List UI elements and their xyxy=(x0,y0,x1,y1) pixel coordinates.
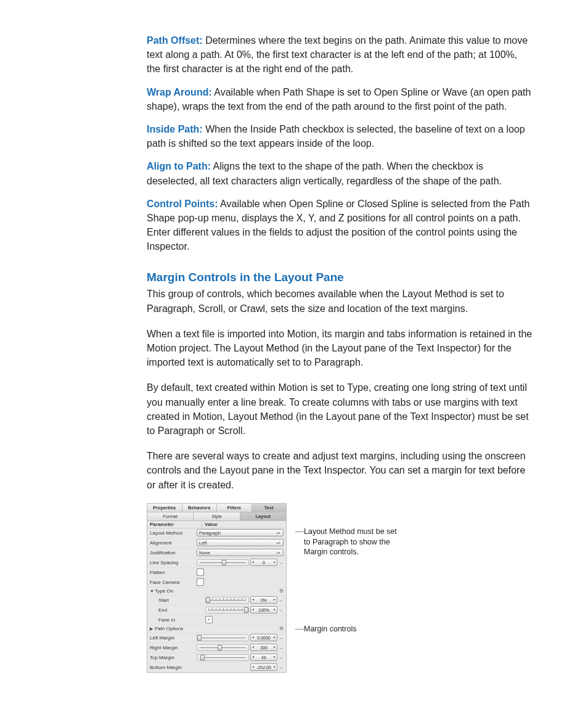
body-paragraph: By default, text created within Motion i… xyxy=(147,380,533,438)
checkbox-fade-in[interactable]: ✓ xyxy=(205,616,213,623)
chevron-updown-icon: ▴▾ xyxy=(276,532,281,534)
callouts: Layout Method must be set to Paragraph t… xyxy=(295,503,402,635)
label-left-margin: Left Margin xyxy=(150,635,197,641)
row-path-options: ▶Path Options ⚙ xyxy=(147,625,286,633)
row-right-margin: Right Margin ◂300▸ – xyxy=(147,643,286,653)
def-text: When the Inside Path checkbox is selecte… xyxy=(147,124,525,149)
tab-behaviors[interactable]: Behaviors xyxy=(182,504,218,512)
label-justification: Justification xyxy=(150,550,197,556)
checkbox-face-camera[interactable] xyxy=(197,578,204,586)
header-parameter: Parameter xyxy=(147,521,202,528)
row-face-camera: Face Camera xyxy=(147,578,286,588)
slider-top-margin[interactable] xyxy=(197,654,249,661)
subtab-style[interactable]: Style xyxy=(194,512,240,520)
def-control-points: Control Points: Available when Open Spli… xyxy=(147,197,533,254)
label-line-spacing: Line Spacing xyxy=(150,560,197,565)
inspector-header-row: Parameter Value xyxy=(147,521,286,528)
row-start: Start ◂0%▸ – xyxy=(147,596,286,605)
inspector-panel: Properties Behaviors Filters Text Format… xyxy=(147,503,287,673)
def-inside-path: Inside Path: When the Inside Path checkb… xyxy=(147,122,533,150)
slider-line-spacing[interactable] xyxy=(197,559,249,566)
header-value: Value xyxy=(202,521,286,528)
gear-icon[interactable]: ⚙ xyxy=(277,588,284,594)
chevron-updown-icon: ▴▾ xyxy=(276,551,281,554)
body-paragraph: This group of controls, which becomes av… xyxy=(147,287,533,315)
inspector-sub-tabs: Format Style Layout xyxy=(147,512,286,521)
row-end: End ◂100%▸ – xyxy=(147,605,286,615)
slider-left-margin[interactable] xyxy=(197,634,249,641)
dropdown-value: None xyxy=(199,550,210,556)
dropdown-value: Paragraph xyxy=(199,530,221,536)
subtab-layout[interactable]: Layout xyxy=(240,512,286,520)
reset-icon[interactable]: – xyxy=(279,607,284,613)
subtab-format[interactable]: Format xyxy=(147,512,194,520)
dropdown-alignment[interactable]: Left ▴▾ xyxy=(197,539,284,546)
tab-text[interactable]: Text xyxy=(252,504,287,512)
gear-icon[interactable]: ⚙ xyxy=(277,626,284,631)
callout-line xyxy=(295,629,304,630)
dropdown-layout-method[interactable]: Paragraph ▴▾ xyxy=(197,529,284,536)
body-paragraph: When a text file is imported into Motion… xyxy=(147,327,533,370)
reset-icon[interactable]: – xyxy=(279,645,284,651)
label-face-camera: Face Camera xyxy=(150,580,197,585)
checkbox-flatten[interactable] xyxy=(197,568,204,576)
def-label: Align to Path: xyxy=(147,161,211,171)
tab-filters[interactable]: Filters xyxy=(217,504,252,512)
row-bottom-margin: Bottom Margin ◂-252.00▸ – xyxy=(147,663,286,672)
callout-layout-method: Layout Method must be set to Paragraph t… xyxy=(304,527,402,558)
reset-icon[interactable]: – xyxy=(279,665,284,670)
row-justification: Justification None ▴▾ xyxy=(147,548,286,558)
callout-margin-controls: Margin controls xyxy=(304,624,356,634)
row-left-margin: Left Margin ◂0.0000▸ – xyxy=(147,633,286,643)
disclosure-icon[interactable]: ▶ xyxy=(150,626,155,631)
value-right-margin[interactable]: ◂300▸ xyxy=(250,644,277,651)
reset-icon[interactable]: – xyxy=(279,560,284,565)
slider-right-margin[interactable] xyxy=(197,644,249,651)
def-align-to-path: Align to Path: Aligns the text to the sh… xyxy=(147,159,533,187)
tab-properties[interactable]: Properties xyxy=(147,504,182,512)
def-label: Control Points: xyxy=(147,199,218,209)
slider-start[interactable] xyxy=(205,597,249,604)
dropdown-value: Left xyxy=(199,540,207,546)
label-end: End xyxy=(150,607,205,613)
row-fade-in: Fade In ✓ xyxy=(147,615,286,625)
value-top-margin[interactable]: ◂48▸ xyxy=(250,654,277,661)
label-layout-method: Layout Method xyxy=(150,530,197,536)
row-top-margin: Top Margin ◂48▸ – xyxy=(147,653,286,663)
reset-icon[interactable]: – xyxy=(279,635,284,641)
label-flatten: Flatten xyxy=(150,570,197,575)
reset-icon[interactable]: – xyxy=(279,597,284,603)
row-flatten: Flatten xyxy=(147,568,286,578)
label-right-margin: Right Margin xyxy=(150,645,197,651)
label-alignment: Alignment xyxy=(150,540,197,546)
row-line-spacing: Line Spacing ◂0▸ – xyxy=(147,558,286,568)
value-bottom-margin[interactable]: ◂-252.00▸ xyxy=(250,663,277,671)
label-path-options: Path Options xyxy=(155,626,183,631)
def-text: Determines where the text begins on the … xyxy=(147,35,528,74)
row-type-on: ▼Type On ⚙ xyxy=(147,588,286,596)
disclosure-icon[interactable]: ▼ xyxy=(150,589,155,593)
def-path-offset: Path Offset: Determines where the text b… xyxy=(147,33,533,76)
value-line-spacing[interactable]: ◂0▸ xyxy=(250,559,277,566)
slider-end[interactable] xyxy=(205,607,249,614)
reset-icon[interactable]: – xyxy=(279,655,284,660)
value-start[interactable]: ◂0%▸ xyxy=(250,596,277,604)
dropdown-justification[interactable]: None ▴▾ xyxy=(197,549,284,556)
value-end[interactable]: ◂100%▸ xyxy=(250,606,277,614)
section-heading: Margin Controls in the Layout Pane xyxy=(147,271,533,284)
def-wrap-around: Wrap Around: Available when Path Shape i… xyxy=(147,85,533,113)
def-label: Path Offset: xyxy=(147,35,203,46)
row-alignment: Alignment Left ▴▾ xyxy=(147,538,286,548)
row-layout-method: Layout Method Paragraph ▴▾ xyxy=(147,528,286,538)
value-left-margin[interactable]: ◂0.0000▸ xyxy=(250,634,277,641)
label-fade-in: Fade In xyxy=(150,617,205,623)
label-top-margin: Top Margin xyxy=(150,655,197,660)
inspector-top-tabs: Properties Behaviors Filters Text xyxy=(147,504,286,512)
label-bottom-margin: Bottom Margin xyxy=(150,665,197,670)
label-type-on: Type On xyxy=(155,588,173,594)
body-paragraph: There are several ways to create and adj… xyxy=(147,449,533,492)
def-label: Inside Path: xyxy=(147,124,203,134)
chevron-updown-icon: ▴▾ xyxy=(276,541,281,544)
label-start: Start xyxy=(150,597,205,603)
callout-line xyxy=(295,532,304,532)
